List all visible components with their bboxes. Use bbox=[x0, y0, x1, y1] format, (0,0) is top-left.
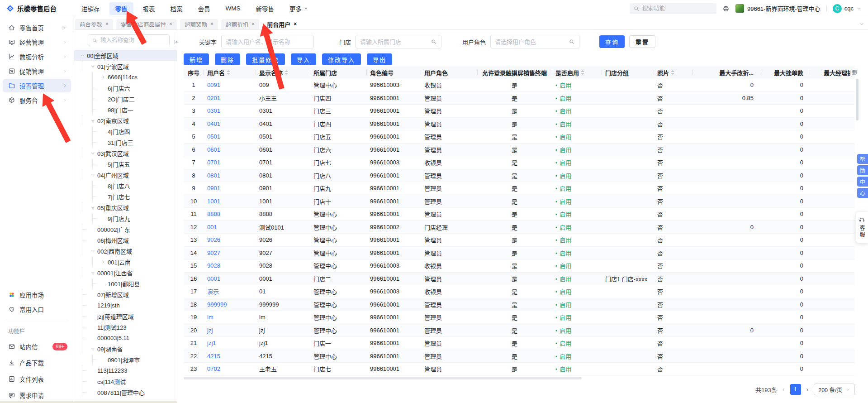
tree-search-input[interactable] bbox=[100, 37, 159, 43]
toolbar-button-导入[interactable]: 导入 bbox=[291, 53, 316, 65]
nav-item-3[interactable]: 报表 bbox=[137, 2, 161, 15]
sidebar-item-促销管理[interactable]: 促销管理 bbox=[3, 64, 71, 78]
column-header-display[interactable]: 显示名称 bbox=[256, 66, 310, 79]
tree-node-5|门店五[interactable]: 5|门店五 bbox=[74, 158, 177, 169]
tab-4[interactable]: 超额折扣× bbox=[221, 19, 259, 29]
tree-node-001|云南[interactable]: 001|云南 bbox=[74, 256, 177, 267]
table-horizontal-scrollbar[interactable] bbox=[184, 377, 855, 379]
store-input[interactable] bbox=[360, 38, 431, 45]
collapse-icon[interactable] bbox=[62, 25, 67, 31]
page-number[interactable]: 1 bbox=[790, 384, 801, 395]
username-link[interactable]: 4215 bbox=[207, 353, 220, 360]
collapse-tree-icon[interactable] bbox=[173, 39, 180, 45]
column-settings-icon[interactable] bbox=[850, 68, 858, 76]
username-link[interactable]: 8888 bbox=[207, 211, 220, 217]
tree-node-0901|湘潭市[interactable]: 0901|湘潭市 bbox=[74, 354, 177, 365]
help-tab-tile-4[interactable]: 心 bbox=[857, 188, 868, 198]
store-field[interactable] bbox=[356, 35, 441, 48]
tree-node-113|112233[interactable]: 113|112233 bbox=[74, 365, 177, 376]
workspace-switcher[interactable]: 99661-新界面环境-管理中心 bbox=[735, 4, 821, 13]
tree-node-jzj|蒋道理区域[interactable]: jzj|蒋道理区域 bbox=[74, 311, 177, 321]
nav-item-8[interactable]: 更多 bbox=[284, 2, 314, 15]
printer-icon[interactable] bbox=[722, 5, 730, 12]
tree-node-31|门店三[interactable]: 31|门店三 bbox=[74, 137, 177, 148]
toolbar-button-修改导入[interactable]: 修改导入 bbox=[322, 53, 361, 65]
help-tab-tile-2[interactable]: 助 bbox=[857, 165, 868, 175]
tree-node-000003|5.11[interactable]: 000003|5.11 bbox=[74, 332, 177, 343]
chevron-down-icon[interactable] bbox=[89, 149, 96, 157]
keyword-input[interactable] bbox=[226, 38, 309, 45]
help-tab-tile-1[interactable]: 帮 bbox=[857, 154, 868, 164]
username-link[interactable]: 0091 bbox=[207, 82, 220, 88]
close-icon[interactable]: × bbox=[294, 21, 297, 27]
chevron-down-icon[interactable] bbox=[89, 345, 96, 352]
sidebar-item-应用市场[interactable]: 应用市场 bbox=[3, 288, 71, 302]
tree-node-cs|114测试[interactable]: cs|114测试 bbox=[74, 376, 177, 387]
toolbar-button-新增[interactable]: 新增 bbox=[184, 53, 209, 65]
tab-5[interactable]: 前台用户× bbox=[262, 19, 301, 29]
help-tab-tile-3[interactable]: 中 bbox=[857, 177, 868, 187]
sidebar-item-服务台[interactable]: 服务台 bbox=[3, 93, 71, 107]
username-link[interactable]: 0001 bbox=[207, 275, 220, 282]
toolbar-button-批量修改[interactable]: 批量修改 bbox=[246, 53, 285, 65]
tree-node-00001|江西省[interactable]: 00001|江西省 bbox=[74, 267, 177, 278]
tree-node-8|门店八[interactable]: 8|门店八 bbox=[74, 180, 177, 191]
tree-node-000002|广东[interactable]: 000002|广东 bbox=[74, 224, 177, 235]
chevron-right-icon[interactable] bbox=[100, 73, 107, 81]
search-button[interactable]: 查询 bbox=[599, 35, 625, 48]
username-link[interactable]: 0301 bbox=[207, 107, 220, 114]
username-link[interactable]: 0201 bbox=[207, 95, 220, 101]
tree-search[interactable] bbox=[88, 34, 170, 46]
sidebar-item-常用入口[interactable]: 常用入口 bbox=[3, 302, 71, 316]
column-header-enabled[interactable]: 是否启用 bbox=[552, 66, 602, 79]
help-center-tab[interactable]: 帮助中心 bbox=[857, 154, 868, 198]
chevron-down-icon[interactable] bbox=[89, 269, 96, 276]
search-icon[interactable] bbox=[569, 38, 575, 45]
close-icon[interactable]: × bbox=[105, 21, 109, 27]
close-icon[interactable]: × bbox=[169, 21, 172, 27]
global-search-input[interactable] bbox=[642, 5, 706, 12]
tree-node-11|测试123[interactable]: 11|测试123 bbox=[74, 321, 177, 332]
username-link[interactable]: 0701 bbox=[207, 159, 220, 166]
close-icon[interactable]: × bbox=[210, 21, 213, 27]
chevron-down-icon[interactable] bbox=[859, 21, 864, 27]
tree-node-04|广州区域[interactable]: 04|广州区域 bbox=[74, 169, 177, 180]
tree-node-09|湖南省[interactable]: 09|湖南省 bbox=[74, 343, 177, 354]
customer-service-widget[interactable]: 客服 bbox=[856, 212, 868, 243]
username-link[interactable]: 0702 bbox=[207, 365, 220, 372]
column-header-photo[interactable]: 照片 bbox=[654, 66, 692, 79]
keyword-field[interactable] bbox=[221, 35, 314, 48]
nav-item-4[interactable]: 档案 bbox=[165, 2, 189, 15]
chevron-down-icon[interactable] bbox=[89, 117, 96, 124]
username-link[interactable]: jzj1 bbox=[207, 340, 216, 346]
tree-node-02|南京区域[interactable]: 02|南京区域 bbox=[74, 115, 177, 126]
tree-node-6|门店六[interactable]: 6|门店六 bbox=[74, 82, 177, 93]
nav-item-7[interactable]: 新零售 bbox=[250, 2, 280, 15]
tab-2[interactable]: 零售门店商品属性× bbox=[116, 19, 177, 29]
tree-node-2O|门店二[interactable]: 2O|门店二 bbox=[74, 93, 177, 104]
toolbar-button-删除[interactable]: 删除 bbox=[215, 53, 240, 65]
next-page-icon[interactable]: › bbox=[806, 386, 810, 393]
tree-node-1001|鄱阳县[interactable]: 1001|鄱阳县 bbox=[74, 278, 177, 289]
toolbar-button-导出[interactable]: 导出 bbox=[367, 53, 392, 65]
close-icon[interactable]: × bbox=[251, 21, 255, 27]
search-icon[interactable] bbox=[431, 38, 437, 45]
nav-item-6[interactable]: WMS bbox=[220, 2, 247, 15]
tree-node-98|门店一[interactable]: 98|门店一 bbox=[74, 104, 177, 115]
sidebar-item-设置管理[interactable]: 设置管理 bbox=[3, 79, 71, 92]
scrollbar-thumb[interactable] bbox=[184, 377, 582, 379]
chevron-down-icon[interactable] bbox=[79, 52, 86, 59]
reset-button[interactable]: 重置 bbox=[629, 35, 655, 48]
sort-icon[interactable] bbox=[227, 70, 230, 75]
username-link[interactable]: 1001 bbox=[207, 198, 220, 205]
chevron-down-icon[interactable] bbox=[89, 62, 96, 70]
sidebar-item-经营管理[interactable]: 经营管理 bbox=[3, 35, 71, 49]
username-link[interactable]: 999999 bbox=[207, 301, 227, 308]
username-link[interactable]: 0501 bbox=[207, 133, 220, 140]
nav-item-2[interactable]: 零售 bbox=[109, 2, 133, 15]
tree-node-05|重庆区域[interactable]: 05|重庆区域 bbox=[74, 202, 177, 213]
chevron-right-icon[interactable] bbox=[100, 258, 107, 265]
sidebar-item-产品下载[interactable]: 产品下载 bbox=[3, 355, 71, 370]
chevron-down-icon[interactable] bbox=[89, 204, 96, 211]
tree-node-7|门店七[interactable]: 7|门店七 bbox=[74, 191, 177, 202]
